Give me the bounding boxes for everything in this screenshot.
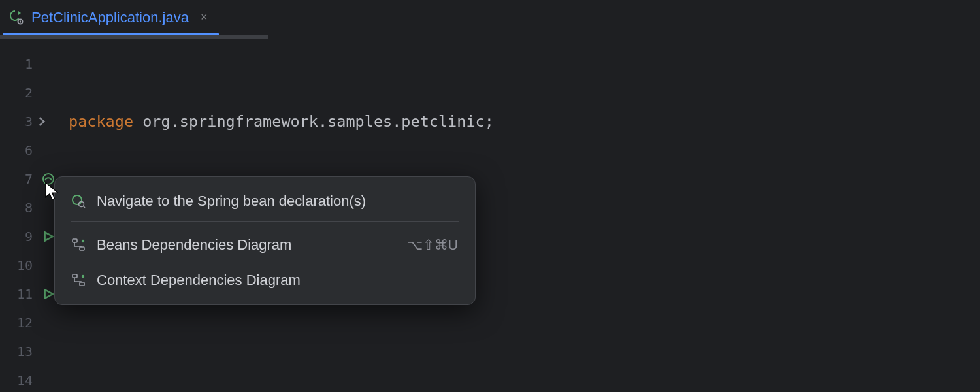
java-run-icon bbox=[9, 10, 25, 25]
svg-point-10 bbox=[82, 275, 84, 278]
tab-bar: PetClinicApplication.java × bbox=[0, 0, 980, 35]
gutter-line[interactable]: 1 bbox=[0, 50, 69, 78]
popup-item-shortcut: ⌥⇧⌘U bbox=[407, 237, 458, 253]
diagram-icon bbox=[71, 272, 86, 288]
svg-point-1 bbox=[43, 174, 54, 184]
spring-search-icon bbox=[71, 193, 86, 209]
popup-item-label: Beans Dependencies Diagram bbox=[97, 237, 291, 253]
run-gutter-icon[interactable] bbox=[41, 287, 56, 301]
svg-rect-8 bbox=[73, 274, 77, 278]
svg-point-7 bbox=[82, 240, 84, 242]
popup-item-label: Context Dependencies Diagram bbox=[97, 272, 301, 289]
svg-rect-6 bbox=[80, 247, 84, 250]
svg-line-4 bbox=[83, 206, 85, 208]
popup-item-label: Navigate to the Spring bean declaration(… bbox=[97, 193, 366, 210]
gutter-popup-menu: Navigate to the Spring bean declaration(… bbox=[54, 176, 476, 305]
separator bbox=[71, 221, 459, 222]
code-line[interactable] bbox=[69, 366, 980, 392]
gutter-line[interactable]: 2 bbox=[0, 78, 69, 107]
gutter-line[interactable]: 12 bbox=[0, 308, 69, 337]
diagram-icon bbox=[71, 237, 86, 253]
code-line[interactable]: package org.springframework.samples.petc… bbox=[69, 107, 980, 136]
gutter-line[interactable]: 13 bbox=[0, 337, 69, 366]
popup-item-navigate-bean[interactable]: Navigate to the Spring bean declaration(… bbox=[55, 184, 475, 219]
spring-bean-gutter-icon[interactable] bbox=[41, 172, 56, 186]
popup-item-context-diagram[interactable]: Context Dependencies Diagram bbox=[55, 263, 475, 298]
gutter-line[interactable]: 3 bbox=[0, 107, 69, 136]
popup-item-beans-diagram[interactable]: Beans Dependencies Diagram ⌥⇧⌘U bbox=[55, 227, 475, 263]
close-icon[interactable]: × bbox=[195, 10, 208, 24]
svg-rect-9 bbox=[80, 282, 84, 286]
gutter-line[interactable]: 14 bbox=[0, 366, 69, 392]
svg-rect-5 bbox=[73, 239, 77, 242]
run-gutter-icon[interactable] bbox=[41, 229, 56, 244]
tab-active[interactable]: PetClinicApplication.java × bbox=[3, 0, 219, 35]
tab-active-indicator bbox=[3, 33, 219, 35]
svg-point-2 bbox=[73, 195, 82, 204]
chevron-right-icon[interactable] bbox=[35, 114, 49, 129]
gutter-line[interactable]: 6 bbox=[0, 136, 69, 165]
tab-title: PetClinicApplication.java bbox=[31, 9, 189, 26]
